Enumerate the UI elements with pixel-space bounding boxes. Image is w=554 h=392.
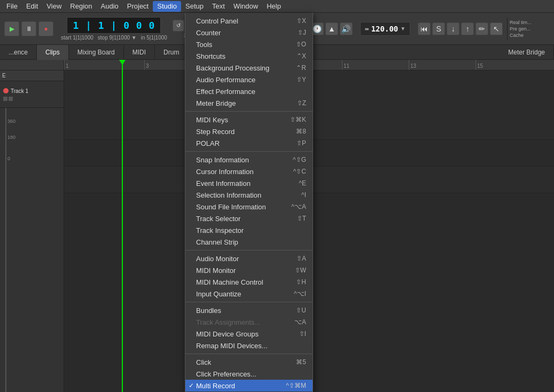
menu-item-effect-performance[interactable]: Effect Performance [185, 85, 313, 97]
up-icon[interactable]: ↑ [461, 22, 474, 35]
menu-shortcut: ⇧X [296, 17, 306, 25]
menubar-item-text[interactable]: Text [208, 1, 229, 12]
menu-item-label: Snap Information [196, 156, 249, 164]
menu-item-click[interactable]: Click ⌘5 [185, 356, 313, 368]
pointer-icon[interactable]: ↖ [490, 22, 503, 35]
menu-item-channel-strip[interactable]: Channel Strip [185, 236, 313, 248]
menu-shortcut: ⇧H [296, 278, 306, 286]
speaker-icon[interactable]: 🔊 [340, 22, 353, 35]
menu-item-meter-bridge[interactable]: Meter Bridge ⇧Z [185, 97, 313, 109]
menubar-item-file[interactable]: File [2, 1, 22, 12]
menu-shortcut: ⇧P [296, 139, 306, 147]
menu-item-track-selector[interactable]: Track Selector ⇧T [185, 213, 313, 224]
menu-item-audio-performance[interactable]: Audio Performance ⇧Y [185, 74, 313, 85]
separator-2 [185, 151, 313, 152]
menu-shortcut: ^E [299, 179, 306, 187]
menu-item-counter[interactable]: Counter ⇧J [185, 27, 313, 38]
position-start: start 1|1|1000 [61, 35, 93, 41]
menu-item-polar[interactable]: POLAR ⇧P [185, 137, 313, 149]
menu-item-midi-machine-control[interactable]: MIDI Machine Control ⇧H [185, 276, 313, 288]
tab-midi[interactable]: MIDI [124, 45, 155, 60]
tempo-dropdown-icon[interactable]: ▼ [400, 26, 405, 32]
menubar-item-edit[interactable]: Edit [22, 1, 42, 12]
menu-item-midi-keys[interactable]: MIDI Keys ⇧⌘K [185, 114, 313, 126]
position-stop: stop 9|1|1000 ▼ [98, 35, 137, 41]
menu-item-midi-monitor[interactable]: MIDI Monitor ⇧W [185, 264, 313, 276]
sync-icon[interactable]: S [432, 22, 445, 35]
menu-item-track-inspector[interactable]: Track Inspector [185, 224, 313, 236]
menu-item-snap-info[interactable]: Snap Information ^⇧G [185, 154, 313, 166]
pencil-icon[interactable]: ✏ [475, 22, 488, 35]
menu-item-tools[interactable]: Tools ⇧O [185, 38, 313, 50]
menu-item-input-quantize[interactable]: Input Quantize ^⌥I [185, 288, 313, 300]
menubar-item-help[interactable]: Help [262, 1, 285, 12]
studio-dropdown-menu: Control Panel ⇧X Counter ⇧J Tools ⇧O Sho… [185, 13, 313, 392]
menu-item-sound-file-info[interactable]: Sound File Information ^⌥A [185, 201, 313, 213]
play-button[interactable]: ▶ [4, 21, 19, 36]
menu-shortcut: ⌥A [294, 318, 306, 326]
menu-shortcut: ^⇧C [293, 168, 306, 175]
menu-item-event-info[interactable]: Event Information ^E [185, 177, 313, 189]
menu-item-background-processing[interactable]: Background Processing ⌃R [185, 62, 313, 74]
tempo-value[interactable]: 120.00 [371, 25, 399, 33]
tab-clips[interactable]: Clips [37, 45, 69, 60]
menubar-item-project[interactable]: Project [123, 1, 153, 12]
menu-item-label: Control Panel [196, 17, 238, 25]
loop-btn[interactable]: ↺ [173, 20, 184, 32]
menu-item-midi-device-groups[interactable]: MIDI Device Groups ⇧I [185, 328, 313, 340]
cpu-icon[interactable]: ▲ [325, 22, 338, 35]
menu-shortcut: ⇧O [296, 41, 306, 48]
menu-shortcut: ^⌥A [291, 203, 306, 210]
menu-item-label: Bundles [196, 307, 221, 315]
menu-item-label: Cursor Information [196, 168, 254, 176]
menu-item-shortcuts[interactable]: Shortcuts ⌃X [185, 50, 313, 62]
menubar-item-view[interactable]: View [42, 1, 66, 12]
menu-item-step-record[interactable]: Step Record ⌘8 [185, 126, 313, 137]
separator-4 [185, 302, 313, 302]
menu-item-control-panel[interactable]: Control Panel ⇧X [185, 15, 313, 27]
tab-arrange[interactable]: ...ence [0, 45, 37, 60]
menu-item-multi-record[interactable]: ✓ Multi Record ^⇧⌘M [185, 380, 313, 391]
menu-shortcut: ⇧W [295, 266, 306, 274]
pause-button[interactable]: ⏸ [21, 21, 36, 36]
playhead-triangle [119, 60, 126, 65]
menubar-item-window[interactable]: Window [229, 1, 262, 12]
separator-3 [185, 250, 313, 250]
check-icon: ✓ [189, 382, 194, 389]
menu-shortcut: ⇧⌘K [290, 116, 306, 123]
menubar-item-audio[interactable]: Audio [97, 1, 123, 12]
menu-item-label: POLAR [196, 139, 220, 147]
rewind-icon[interactable]: ⏮ [418, 22, 431, 35]
menu-item-track-assignments: Track Assignments... ⌥A [185, 316, 313, 328]
tab-mixing[interactable]: Mixing Board [69, 45, 124, 60]
menu-shortcut: ⇧A [296, 255, 306, 262]
menu-item-label: Track Assignments... [196, 318, 260, 326]
menu-item-bundles[interactable]: Bundles ⇧U [185, 304, 313, 316]
counter-display[interactable]: 1 | 1 | 0 0 0 [67, 17, 161, 34]
menubar-item-studio[interactable]: Studio [153, 1, 181, 12]
separator-5 [185, 354, 313, 354]
record-button[interactable]: ● [38, 21, 53, 36]
menu-shortcut: ⇧J [298, 29, 306, 36]
menu-item-label: Audio Performance [196, 76, 255, 84]
menu-item-selection-info[interactable]: Selection Information ^I [185, 189, 313, 201]
ruler-mark-13: 13 [409, 60, 416, 70]
menubar-item-setup[interactable]: Setup [181, 1, 208, 12]
menu-item-label: MIDI Device Groups [196, 330, 259, 338]
menu-item-remap-midi-devices[interactable]: Remap MIDI Devices... [185, 340, 313, 351]
menu-item-cursor-info[interactable]: Cursor Information ^⇧C [185, 166, 313, 177]
menu-item-label: Click Preferences... [196, 370, 256, 378]
menu-item-audio-monitor[interactable]: Audio Monitor ⇧A [185, 253, 313, 264]
menubar-item-region[interactable]: Region [66, 1, 96, 12]
bounce-icon[interactable]: ↓ [447, 22, 459, 35]
tab-drum[interactable]: Drum [155, 45, 188, 60]
cache-label: Cache [510, 33, 548, 38]
menu-shortcut: ^I [301, 191, 306, 199]
ruler-mark-11: 11 [342, 60, 349, 70]
transport-controls: ▶ ⏸ ● [4, 21, 53, 36]
tempo-label: = [365, 25, 369, 33]
tab-meter-bridge[interactable]: Meter Bridge [500, 45, 554, 60]
menubar: File Edit View Region Audio Project Stud… [0, 0, 554, 13]
menu-item-click-preferences[interactable]: Click Preferences... [185, 368, 313, 380]
menu-item-label: Step Record [196, 128, 235, 136]
